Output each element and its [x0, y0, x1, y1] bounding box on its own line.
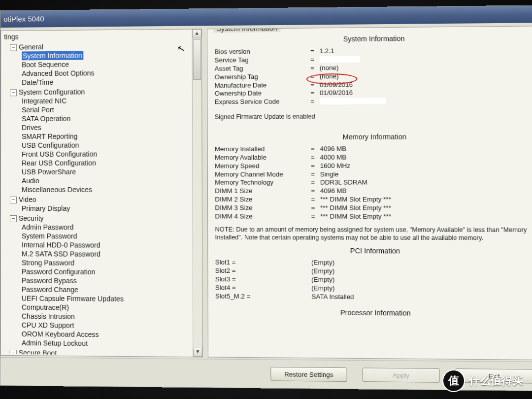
- info-value: *** DIMM Slot Empty ***: [320, 212, 532, 221]
- tree-item[interactable]: SMART Reporting: [10, 132, 192, 141]
- equals-sign: =: [310, 64, 320, 72]
- info-label: Express Service Code: [215, 98, 311, 106]
- collapse-icon[interactable]: −: [10, 197, 17, 203]
- equals-sign: =: [310, 47, 320, 56]
- system-information-panel: System Information System Information Bi…: [207, 26, 532, 360]
- info-label: Memory Installed: [215, 145, 311, 154]
- tree-item[interactable]: Password Change: [10, 285, 192, 295]
- equals-sign: =: [310, 81, 320, 89]
- collapse-icon[interactable]: −: [10, 350, 17, 356]
- tree-item[interactable]: System Password: [10, 232, 192, 241]
- info-row: Memory Available=4000 MB: [215, 153, 532, 162]
- equals-sign: =: [310, 89, 320, 98]
- smzdm-watermark: 值 什么值得买: [442, 369, 523, 392]
- tree-item[interactable]: Date/Time: [10, 77, 192, 87]
- tree-item[interactable]: Serial Port: [10, 104, 192, 114]
- info-row: DIMM 2 Size=*** DIMM Slot Empty ***: [215, 196, 532, 204]
- info-label: Slot5_M.2 =: [215, 292, 311, 301]
- tree-group-label[interactable]: −System Configuration: [10, 87, 192, 97]
- info-label: Bios version: [214, 47, 310, 57]
- info-value: Single: [320, 170, 532, 179]
- tree-item[interactable]: Chassis Intrusion: [10, 312, 192, 322]
- panel-legend: System Information: [213, 26, 280, 33]
- firmware-note: Signed Firmware Update is enabled: [215, 112, 532, 122]
- equals-sign: =: [311, 179, 320, 187]
- collapse-icon[interactable]: −: [10, 215, 17, 222]
- redacted-block: [320, 98, 386, 105]
- info-label: Service Tag: [215, 56, 311, 65]
- redacted-block: [320, 56, 361, 63]
- equals-sign: =: [311, 187, 320, 196]
- tree-group: −System ConfigurationIntegrated NICSeria…: [2, 86, 192, 194]
- info-row: Memory Channel Mode=Single: [215, 170, 532, 179]
- tree-item[interactable]: USB Configuration: [10, 140, 192, 150]
- section-title-memory: Memory Information: [215, 132, 532, 141]
- info-value: (Empty): [311, 276, 532, 285]
- sysinfo-block: Bios version=1.2.1Service Tag=Asset Tag=…: [214, 45, 532, 106]
- equals-sign: =: [310, 98, 320, 106]
- tree-item[interactable]: Password Bypass: [10, 276, 192, 286]
- info-value: 4096 MB: [320, 187, 532, 196]
- info-value: 01/09/2016: [320, 88, 532, 98]
- info-label: Slot3 =: [215, 275, 311, 284]
- tree-item[interactable]: Front USB Configuration: [10, 149, 192, 159]
- tree-scrollbar[interactable]: ▲ ▼: [192, 29, 202, 357]
- tree-group-label[interactable]: −Security: [10, 214, 192, 223]
- info-label: Slot2 =: [215, 267, 311, 276]
- tree-item[interactable]: Computrace(R): [10, 302, 192, 312]
- tree-item[interactable]: Audio: [10, 176, 192, 185]
- scroll-thumb[interactable]: [193, 39, 201, 80]
- tree-item[interactable]: Admin Password: [10, 223, 192, 232]
- info-value: *** DIMM Slot Empty ***: [320, 196, 532, 204]
- equals-sign: =: [310, 56, 320, 64]
- info-row: Express Service Code=: [215, 97, 532, 106]
- equals-sign: =: [311, 196, 320, 204]
- tree-item[interactable]: SATA Operation: [10, 114, 192, 124]
- apply-button: Apply: [363, 367, 440, 382]
- info-value: SATA Installed: [311, 293, 532, 302]
- tree-group: −VideoPrimary Display: [2, 194, 192, 213]
- equals-sign: =: [311, 145, 320, 153]
- memory-note: NOTE: Due to an amount of memory being a…: [215, 226, 532, 242]
- info-row: Memory Technology=DDR3L SDRAM: [215, 178, 532, 187]
- tree-item[interactable]: UEFI Capsule Firmware Updates: [10, 294, 192, 303]
- tree-item[interactable]: Drives: [10, 123, 192, 132]
- restore-settings-button[interactable]: Restore Settings: [270, 367, 347, 382]
- tree-group: −Secure BootSecure Boot EnableExpert Key…: [2, 347, 192, 356]
- equals-sign: =: [311, 204, 320, 212]
- scroll-down-button[interactable]: ▼: [193, 348, 202, 357]
- settings-tree[interactable]: tings−GeneralSystem InformationBoot Sequ…: [2, 31, 192, 356]
- section-title-processor: Processor Information: [215, 308, 532, 318]
- tree-item[interactable]: Password Configuration: [10, 267, 192, 277]
- info-row: DIMM 1 Size=4096 MB: [215, 187, 532, 196]
- section-title-sysinfo: System Information: [214, 33, 532, 44]
- tree-group-label[interactable]: −Video: [10, 195, 192, 204]
- info-label: Slot4 =: [215, 284, 311, 293]
- collapse-icon[interactable]: −: [10, 89, 17, 96]
- info-label: Memory Technology: [215, 179, 311, 187]
- tree-item[interactable]: Strong Password: [10, 258, 192, 267]
- settings-tree-panel: tings−GeneralSystem InformationBoot Sequ…: [0, 29, 203, 357]
- info-label: DIMM 4 Size: [215, 212, 311, 221]
- tree-item[interactable]: Rear USB Configuration: [10, 158, 192, 167]
- smzdm-text: 什么值得买: [469, 373, 523, 388]
- collapse-icon[interactable]: −: [10, 44, 17, 51]
- tree-group: −SecurityAdmin PasswordSystem PasswordIn…: [2, 213, 192, 349]
- info-row: Memory Installed=4096 MB: [215, 144, 532, 154]
- tree-item[interactable]: Internal HDD-0 Password: [10, 240, 192, 250]
- smzdm-badge-icon: 值: [442, 369, 465, 392]
- equals-sign: =: [311, 162, 320, 170]
- equals-sign: =: [310, 72, 320, 81]
- tree-item[interactable]: Primary Display: [10, 204, 192, 213]
- tree-item[interactable]: Miscellaneous Devices: [10, 185, 192, 194]
- scroll-up-button[interactable]: ▲: [193, 29, 201, 38]
- tree-group-label[interactable]: −Secure Boot: [10, 348, 192, 356]
- equals-sign: =: [311, 170, 320, 179]
- tree-item[interactable]: Advanced Boot Options: [10, 68, 192, 78]
- tree-item[interactable]: M.2 SATA SSD Password: [10, 249, 192, 259]
- tree-item[interactable]: Integrated NIC: [10, 96, 192, 105]
- tree-item-selected[interactable]: System Information: [22, 51, 83, 61]
- info-label: DIMM 2 Size: [215, 196, 311, 204]
- tree-item[interactable]: USB PowerShare: [10, 167, 192, 176]
- info-row: Slot5_M.2 =SATA Installed: [215, 292, 532, 302]
